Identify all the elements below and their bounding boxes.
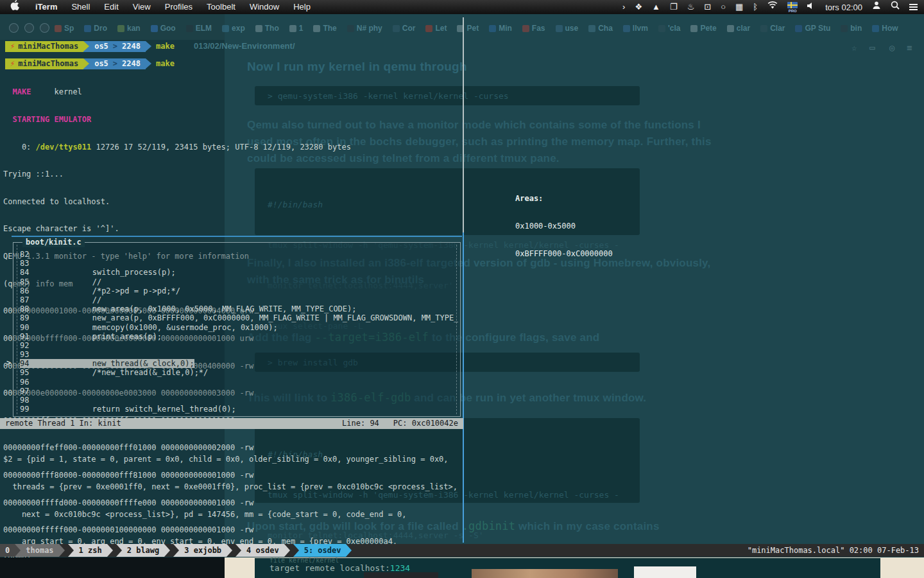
bookmark-item: Dro (84, 24, 107, 33)
airplay-icon[interactable]: ⊡ (704, 0, 711, 14)
gdb-status-line: remote Thread 1 In: kinit Line: 94PC: 0x… (0, 418, 463, 429)
shell-prompt: ⚡miniMacThomas os5>2248 make (5, 58, 175, 69)
chevron-right-icon[interactable]: › (622, 0, 625, 14)
bookmark-item: kan (117, 24, 141, 33)
menu-item-profiles[interactable]: Profiles (158, 0, 200, 14)
site-icon (795, 25, 802, 32)
apple-logo-icon (10, 0, 19, 10)
site-icon (760, 25, 767, 32)
site-icon (658, 25, 665, 32)
youtube-icon (425, 25, 432, 32)
zoom-window-icon (40, 23, 49, 33)
bookmark-item: Min (489, 24, 512, 33)
star-bookmark-icon: ☆ (851, 42, 857, 53)
llvm-icon (623, 25, 630, 32)
gdb-tui-source-window[interactable]: boot/kinit.c 82 83 84 switch_process(p);… (13, 242, 461, 417)
doc-icon (222, 25, 229, 32)
prompt-command: make (156, 41, 175, 52)
window-manager-icon[interactable]: ❐ (670, 0, 678, 14)
bookmark-item: clar (727, 24, 750, 33)
elm-icon (186, 25, 193, 32)
menu-item-shell[interactable]: Shell (64, 0, 97, 14)
panels-toolbar-icon: ≡ (907, 42, 912, 53)
bookmark-item: exp (222, 24, 245, 33)
tmux-window-3[interactable]: 3 exjobb (179, 544, 227, 557)
tmux-window-4[interactable]: 4 osdev (241, 544, 284, 557)
bookmark-item: 1 (289, 24, 304, 33)
video-icon (489, 25, 496, 32)
doc-icon (255, 25, 262, 32)
gdbinit-target-line: target remote localhost:1234 (270, 563, 410, 573)
site-icon (347, 25, 354, 32)
tmux-window-5-active[interactable]: 5: osdev (299, 544, 346, 557)
menu-item-view[interactable]: View (126, 0, 158, 14)
gdb-console-output: $2 = {pid = 1, state = 0, parent = 0x0, … (3, 437, 461, 578)
bluetooth-icon[interactable]: ᛒ (753, 0, 758, 14)
volume-icon[interactable] (807, 0, 816, 14)
prompt-host: miniMacThomas (18, 41, 78, 52)
bookmark-item: Fas (522, 24, 545, 33)
gmail-icon (55, 25, 62, 32)
gdb-status-pc: PC: 0xc010042e (393, 418, 458, 429)
bookmark-item: 'cla (658, 24, 681, 33)
tui-current-line-marker: > (6, 358, 11, 367)
prompt-separator-icon: > (112, 41, 119, 52)
make-label: MAKE (12, 87, 31, 96)
prompt-dir: os5 (94, 41, 108, 52)
menu-clock[interactable]: tors 02:00 (825, 3, 862, 12)
bookmark-item: The (313, 24, 336, 33)
menu-item-toolbelt[interactable]: Toolbelt (200, 0, 243, 14)
swedish-flag-pro-icon[interactable]: PRO (787, 2, 798, 13)
apple-menu[interactable] (6, 0, 28, 15)
tmux-status-bar: 0 thomas 1 zsh 2 blawg 3 exjobb 4 osdev … (0, 544, 924, 557)
site-icon (151, 25, 158, 32)
starting-emulator-label: STARTING EMULATOR (12, 115, 91, 124)
minimize-window-icon (24, 23, 34, 33)
bookmark-item: Goo (151, 24, 176, 33)
caffeine-icon[interactable]: ♨ (687, 0, 695, 14)
bookmark-item: Pete (690, 24, 716, 33)
notification-center-icon[interactable] (909, 3, 918, 12)
doc-icon (313, 25, 320, 32)
user-account-icon[interactable] (872, 0, 881, 14)
bookmark-item: bin (841, 24, 862, 33)
tui-current-line: 94 new_thread(&_clock,0); (20, 359, 458, 368)
site-icon (522, 25, 529, 32)
tty-device: /dev/ttys011 (36, 143, 92, 152)
bookmark-item: N# phy (347, 24, 382, 33)
desktop-bottom-left (0, 557, 225, 578)
tmux-session-index: 0 (0, 544, 15, 557)
menu-bar: iTerm Shell Edit View Profiles Toolbelt … (0, 0, 924, 14)
tmux-window-2[interactable]: 2 blawg (122, 544, 165, 557)
bookmark-item: How (872, 24, 898, 33)
close-window-icon (9, 23, 19, 33)
messages-icon[interactable]: ○ (721, 0, 726, 14)
wifi-icon[interactable] (767, 0, 778, 14)
bookmark-item: Sp (55, 24, 74, 33)
doc-icon (727, 25, 734, 32)
tmux-session-name: thomas (21, 544, 58, 557)
menu-item-window[interactable]: Window (243, 0, 286, 14)
bookmark-item: llvm (623, 24, 648, 33)
google-drive-icon[interactable]: ▲ (652, 0, 660, 14)
bookmark-item: Let (425, 24, 447, 33)
bookmark-item: Cor (393, 24, 416, 33)
lightning-icon: ⚡ (10, 58, 15, 69)
menu-item-iterm[interactable]: iTerm (28, 0, 64, 14)
menu-item-help[interactable]: Help (286, 0, 318, 14)
tmux-window-1[interactable]: 1 zsh (74, 544, 107, 557)
record-toolbar-icon: ◎ (889, 42, 894, 53)
site-icon (556, 25, 563, 32)
spotlight-search-icon[interactable] (891, 0, 900, 14)
doc-icon (289, 25, 296, 32)
bookmark-item: Tho (255, 24, 279, 33)
window-traffic-lights (9, 23, 49, 33)
dropbox-icon[interactable]: ❖ (635, 0, 642, 14)
page-photo-thumbnail (472, 569, 618, 578)
bookmark-item: ELM (186, 24, 212, 33)
dropbox-icon (84, 25, 91, 32)
tmux-pane-divider[interactable] (463, 17, 464, 543)
bookmark-item: Clar (760, 24, 785, 33)
keyboard-battery-icon[interactable]: ▦ (735, 0, 743, 14)
menu-item-edit[interactable]: Edit (97, 0, 125, 14)
